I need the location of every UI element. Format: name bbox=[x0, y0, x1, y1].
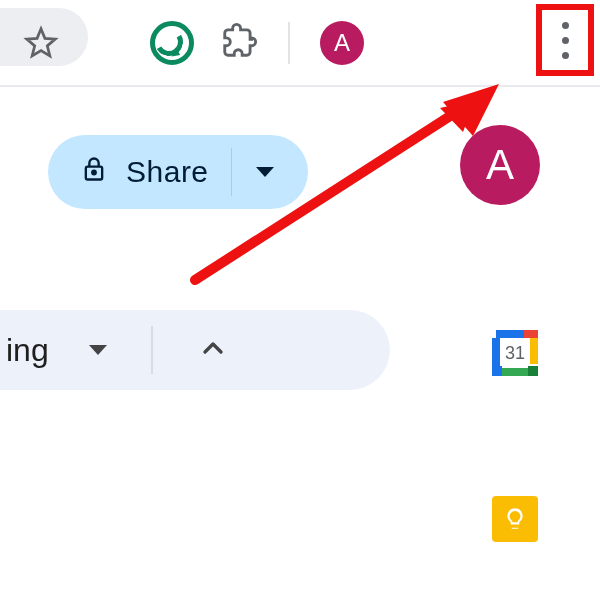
google-calendar-button[interactable]: 31 bbox=[492, 330, 538, 376]
extension-area: A bbox=[150, 0, 364, 85]
bulb-icon bbox=[502, 506, 528, 532]
share-dropdown-button[interactable] bbox=[234, 167, 298, 177]
grammarly-icon[interactable] bbox=[150, 21, 194, 65]
divider bbox=[288, 22, 290, 64]
share-button[interactable]: Share bbox=[48, 135, 308, 209]
chevron-up-icon bbox=[197, 332, 229, 364]
svg-point-1 bbox=[92, 170, 96, 174]
caret-down-icon bbox=[89, 345, 107, 355]
calendar-day: 31 bbox=[492, 330, 538, 376]
divider bbox=[151, 326, 153, 374]
google-keep-button[interactable] bbox=[492, 496, 538, 542]
docs-header: Share A bbox=[0, 87, 600, 277]
document-toolbar: ing bbox=[0, 310, 400, 400]
side-panel: 31 bbox=[492, 330, 538, 542]
avatar-letter: A bbox=[486, 141, 514, 189]
avatar-letter: A bbox=[334, 29, 350, 57]
caret-down-icon bbox=[256, 167, 274, 177]
toolbar-pill: ing bbox=[0, 310, 390, 390]
kebab-icon bbox=[562, 22, 569, 59]
puzzle-icon bbox=[220, 22, 258, 60]
share-label: Share bbox=[126, 155, 209, 189]
browser-toolbar: A bbox=[0, 0, 600, 85]
google-account-avatar[interactable]: A bbox=[460, 125, 540, 205]
extensions-button[interactable] bbox=[220, 22, 258, 64]
bookmark-star-button[interactable] bbox=[16, 18, 66, 68]
browser-profile-avatar[interactable]: A bbox=[320, 21, 364, 65]
collapse-toolbar-button[interactable] bbox=[197, 332, 229, 368]
mode-dropdown[interactable]: ing bbox=[0, 332, 89, 369]
share-divider bbox=[231, 148, 233, 196]
lock-icon bbox=[80, 154, 108, 191]
chrome-menu-button[interactable] bbox=[536, 4, 594, 76]
star-icon bbox=[23, 25, 59, 61]
